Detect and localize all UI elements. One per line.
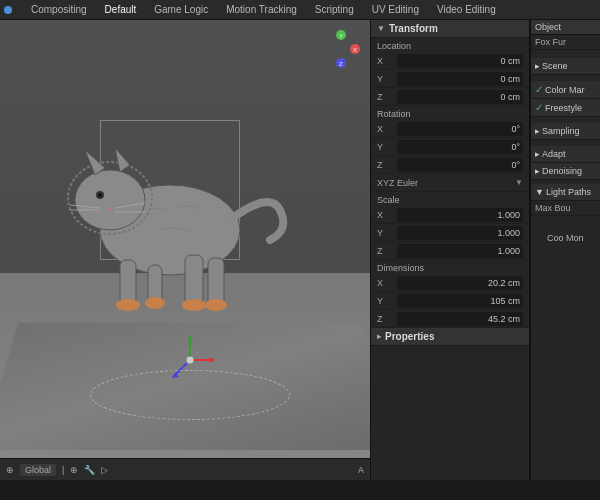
light-paths-header[interactable]: ▼ Light Paths (531, 184, 600, 201)
coo-mon-label: Coo Mon (547, 233, 584, 243)
scene-header[interactable]: ▸ Scene (531, 58, 600, 75)
max-bou-row: Max Bou (531, 201, 600, 216)
svg-point-9 (182, 299, 206, 311)
scale-z-input[interactable] (397, 244, 523, 258)
menu-game-logic[interactable]: Game Logic (151, 4, 211, 15)
dim-y-input[interactable] (397, 294, 523, 308)
menu-video-editing[interactable]: Video Editing (434, 4, 499, 15)
svg-marker-23 (187, 335, 193, 340)
scale-z-label: Z (377, 246, 397, 256)
adapt-arrow: ▸ (535, 149, 540, 159)
menu-motion-tracking[interactable]: Motion Tracking (223, 4, 300, 15)
scale-y-input[interactable] (397, 226, 523, 240)
object-label: Object (531, 20, 600, 35)
location-y-row: Y (371, 70, 529, 88)
scale-z-row: Z (371, 242, 529, 260)
color-mar-checkbox[interactable]: ✓ (535, 84, 543, 95)
dim-z-label: Z (377, 314, 397, 324)
sampling-header[interactable]: ▸ Sampling (531, 123, 600, 140)
rotation-z-input[interactable] (397, 158, 523, 172)
menu-uv-editing[interactable]: UV Editing (369, 4, 422, 15)
play-icon[interactable]: ▷ (101, 465, 108, 475)
viewport-bottom-bar: ⊕ Global | ⊕ 🔧 ▷ A (0, 458, 370, 480)
separator-1: | (62, 465, 64, 475)
scene-label: Scene (542, 61, 568, 71)
selection-circle (90, 370, 290, 420)
euler-dropdown-icon[interactable]: ▼ (515, 178, 523, 187)
denoising-header[interactable]: ▸ Denoising (531, 163, 600, 180)
scale-y-row: Y (371, 224, 529, 242)
rotation-y-row: Y (371, 138, 529, 156)
location-x-label: X (377, 56, 397, 66)
sampling-arrow: ▸ (535, 126, 540, 136)
transform-header[interactable]: ▼ Transform (371, 20, 529, 38)
adapt-label: Adapt (542, 149, 566, 159)
orbit-icon[interactable]: ⊕ (70, 465, 78, 475)
svg-point-7 (116, 299, 140, 311)
svg-text:Z: Z (339, 61, 343, 67)
dim-x-input[interactable] (397, 276, 523, 290)
light-paths-arrow: ▼ (535, 187, 544, 197)
light-paths-label: Light Paths (546, 187, 591, 197)
location-x-input[interactable] (397, 54, 523, 68)
freestyle-label: Freestyle (545, 103, 582, 113)
svg-point-26 (186, 356, 194, 364)
transform-arrow: ▼ (377, 24, 385, 33)
denoising-arrow: ▸ (535, 166, 540, 176)
blender-logo (4, 6, 12, 14)
location-z-row: Z (371, 88, 529, 106)
transform-title: Transform (389, 23, 438, 34)
svg-rect-6 (208, 258, 224, 306)
scene-arrow: ▸ (535, 61, 540, 71)
rotation-x-label: X (377, 124, 397, 134)
fox-fur-label: Fox Fur (531, 35, 600, 50)
properties-arrow: ▸ (377, 332, 381, 341)
location-z-input[interactable] (397, 90, 523, 104)
rotation-y-input[interactable] (397, 140, 523, 154)
adapt-header[interactable]: ▸ Adapt (531, 146, 600, 163)
scale-x-input[interactable] (397, 208, 523, 222)
sampling-label: Sampling (542, 126, 580, 136)
scale-x-row: X (371, 206, 529, 224)
viewport-mode-icon: ⊕ (6, 465, 14, 475)
svg-rect-5 (185, 255, 203, 305)
dim-z-row: Z (371, 310, 529, 328)
properties-panel: ▼ Transform Location X Y Z Rotation X Y … (370, 20, 530, 480)
freestyle-checkbox[interactable]: ✓ (535, 102, 543, 113)
properties-header[interactable]: ▸ Properties (371, 328, 529, 346)
svg-point-14 (98, 193, 102, 197)
global-mode-button[interactable]: Global (20, 464, 56, 476)
select-icon[interactable]: A (358, 465, 364, 475)
menu-scripting[interactable]: Scripting (312, 4, 357, 15)
tool-icon[interactable]: 🔧 (84, 465, 95, 475)
location-z-label: Z (377, 92, 397, 102)
transform-section: ▼ Transform Location X Y Z Rotation X Y … (371, 20, 529, 328)
location-y-label: Y (377, 74, 397, 84)
nav-gizmo[interactable]: X Y Z (320, 28, 362, 70)
rotation-z-label: Z (377, 160, 397, 170)
menu-compositing[interactable]: Compositing (28, 4, 90, 15)
spacer-1 (531, 50, 600, 58)
dim-x-row: X (371, 274, 529, 292)
scale-label: Scale (371, 192, 529, 206)
dim-z-input[interactable] (397, 312, 523, 326)
render-properties-panel: Object Fox Fur ▸ Scene ✓ Color Mar ✓ Fre… (530, 20, 600, 480)
rotation-label: Rotation (371, 106, 529, 120)
menu-default[interactable]: Default (102, 4, 140, 15)
freestyle-header[interactable]: ✓ Freestyle (531, 99, 600, 117)
location-y-input[interactable] (397, 72, 523, 86)
euler-mode-row: XYZ Euler ▼ (371, 174, 529, 192)
euler-mode-label: XYZ Euler (377, 178, 515, 188)
color-mar-header[interactable]: ✓ Color Mar (531, 81, 600, 99)
rotation-x-row: X (371, 120, 529, 138)
rotation-y-label: Y (377, 142, 397, 152)
3d-viewport[interactable]: X Y Z ⊕ Global | ⊕ 🔧 ▷ A (0, 20, 370, 480)
scale-y-label: Y (377, 228, 397, 238)
rotation-x-input[interactable] (397, 122, 523, 136)
dim-x-label: X (377, 278, 397, 288)
svg-point-1 (75, 170, 145, 230)
dimensions-label: Dimensions (371, 260, 529, 274)
scene-background: X Y Z (0, 20, 370, 480)
color-mar-label: Color Mar (545, 85, 585, 95)
scale-x-label: X (377, 210, 397, 220)
